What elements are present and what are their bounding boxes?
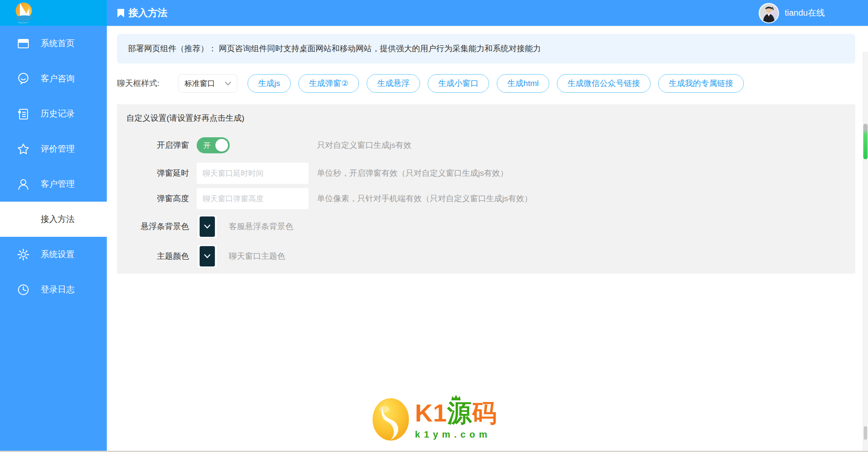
chat-style-select-value: 标准窗口: [184, 78, 215, 89]
theme-color-note: 聊天窗口主题色: [229, 251, 285, 262]
toggle-on-text: 开: [203, 141, 211, 150]
sidebar-item-label: 登录日志: [41, 284, 75, 295]
generate-js-button[interactable]: 生成js: [248, 74, 291, 93]
user-icon: [17, 178, 30, 191]
popup-height-label: 弹窗高度: [117, 193, 189, 204]
sidebar-item-label: 历史记录: [41, 108, 75, 119]
brand-yuan: 源: [447, 399, 472, 427]
generate-html-button[interactable]: 生成html: [497, 74, 549, 93]
history-icon: [17, 108, 30, 120]
chevron-down-icon: [225, 82, 231, 86]
page-title: 接入方法: [117, 6, 167, 19]
scrollbar-track[interactable]: [863, 52, 868, 452]
chat-style-select[interactable]: 标准窗口: [178, 74, 237, 93]
sidebar-item-consult[interactable]: 客户咨询: [0, 61, 107, 96]
sidebar-item-customers[interactable]: 客户管理: [0, 166, 107, 202]
sidebar-item-label: 系统首页: [41, 38, 75, 49]
generate-small-window-button[interactable]: 生成小窗口: [428, 74, 489, 93]
username: tiandu在线: [785, 7, 825, 19]
theme-color-label: 主题颜色: [117, 251, 189, 262]
sidebar-item-history[interactable]: 历史记录: [0, 96, 107, 131]
popup-delay-input[interactable]: [197, 163, 309, 184]
k1ym-sphere-logo-icon: [371, 397, 411, 444]
scrollbar-thumb-gray[interactable]: [864, 426, 867, 440]
gear-icon: [17, 248, 30, 261]
clock-icon: [17, 283, 30, 296]
scrollbar-thumb-green[interactable]: [863, 124, 868, 159]
toggle-knob: [215, 139, 228, 152]
settings-panel: 自定义设置(请设置好再点击生成) 开启弹窗 开 只对自定义窗口生成js有效 弹窗…: [117, 104, 855, 274]
generate-exclusive-link-button[interactable]: 生成我的专属链接: [658, 74, 744, 93]
popup-delay-note: 单位秒，开启弹窗有效（只对自定义窗口生成js有效）: [317, 168, 508, 179]
popup-toggle-label: 开启弹窗: [117, 140, 189, 151]
sidebar-item-login-log[interactable]: 登录日志: [0, 272, 107, 307]
theme-color-swatch: [200, 246, 215, 266]
popup-height-input[interactable]: [197, 188, 309, 209]
notice-text: 部署网页组件（推荐）： 网页咨询组件同时支持桌面网站和移动网站，提供强大的用户行…: [128, 43, 541, 54]
sidebar-item-access-method[interactable]: 接入方法: [0, 202, 107, 237]
k1ym-wordmark: K1源码 k1ym.com: [415, 400, 497, 440]
sidebar: 系统首页 客户咨询 历史记录 评价管理 客户管理: [0, 0, 107, 452]
crown-icon: [451, 394, 462, 403]
generate-wechat-link-button[interactable]: 生成微信公众号链接: [557, 74, 651, 93]
bookmark-icon: [117, 8, 125, 18]
floatbar-bg-color-row: 悬浮条背景色 客服悬浮条背景色: [117, 214, 855, 239]
sidebar-item-label: 系统设置: [41, 249, 75, 260]
chevron-down-icon: [204, 254, 211, 258]
sidebar-item-label: 评价管理: [41, 143, 75, 155]
settings-header: 自定义设置(请设置好再点击生成): [126, 114, 855, 123]
popup-height-row: 弹窗高度 单位像素，只针对手机端有效（只对自定义窗口生成js有效）: [117, 188, 855, 209]
no-icon-spacer: [17, 213, 30, 226]
floatbar-bg-color-label: 悬浮条背景色: [117, 221, 189, 232]
notice-banner: 部署网页组件（推荐）： 网页咨询组件同时支持桌面网站和移动网站，提供强大的用户行…: [117, 34, 855, 64]
star-icon: [17, 143, 30, 155]
sidebar-item-home[interactable]: 系统首页: [0, 26, 107, 61]
chevron-down-icon: [204, 225, 211, 229]
popup-height-note: 单位像素，只针对手机端有效（只对自定义窗口生成js有效）: [317, 193, 532, 204]
sidebar-menu: 系统首页 客户咨询 历史记录 评价管理 客户管理: [0, 26, 107, 307]
main-content: 部署网页组件（推荐）： 网页咨询组件同时支持桌面网站和移动网站，提供强大的用户行…: [107, 26, 868, 452]
brand-ma: 码: [472, 399, 497, 427]
chat-style-row: 聊天框样式: 标准窗口 生成js 生成弹窗② 生成悬浮 生成小窗口 生成html…: [117, 71, 868, 96]
chat-style-label: 聊天框样式:: [117, 78, 159, 89]
sidebar-item-label: 客户管理: [41, 178, 75, 190]
popup-delay-row: 弹窗延时 单位秒，开启弹窗有效（只对自定义窗口生成js有效）: [117, 163, 855, 184]
theme-color-select[interactable]: [197, 244, 218, 269]
generate-float-button[interactable]: 生成悬浮: [367, 74, 420, 93]
popup-toggle-row: 开启弹窗 开 只对自定义窗口生成js有效: [117, 137, 855, 153]
window-icon: [17, 37, 30, 50]
sidebar-item-reviews[interactable]: 评价管理: [0, 131, 107, 166]
theme-color-row: 主题颜色 聊天窗口主题色: [117, 244, 855, 269]
sidebar-item-label: 接入方法: [41, 214, 75, 225]
floatbar-color-swatch: [200, 216, 215, 237]
chat-bubble-icon: [17, 72, 30, 85]
k1ym-watermark: K1源码 k1ym.com: [371, 397, 497, 444]
sidebar-item-label: 客户咨询: [41, 73, 75, 84]
app-logo-area[interactable]: [0, 0, 107, 26]
sailboat-sun-logo-icon: [11, 1, 36, 25]
sidebar-item-settings[interactable]: 系统设置: [0, 237, 107, 272]
floatbar-bg-color-select[interactable]: [197, 214, 218, 239]
topbar: 接入方法 tiandu在线: [107, 0, 868, 26]
user-block[interactable]: tiandu在线: [759, 3, 825, 23]
popup-delay-label: 弹窗延时: [117, 168, 189, 179]
floatbar-bg-color-note: 客服悬浮条背景色: [229, 221, 293, 232]
brand-domain: k1ym.com: [415, 429, 497, 440]
brand-k1: K1: [415, 399, 447, 427]
generate-popup-button[interactable]: 生成弹窗②: [298, 74, 359, 93]
popup-toggle[interactable]: 开: [197, 137, 230, 153]
avatar[interactable]: [759, 3, 779, 23]
popup-toggle-note: 只对自定义窗口生成js有效: [317, 140, 412, 151]
